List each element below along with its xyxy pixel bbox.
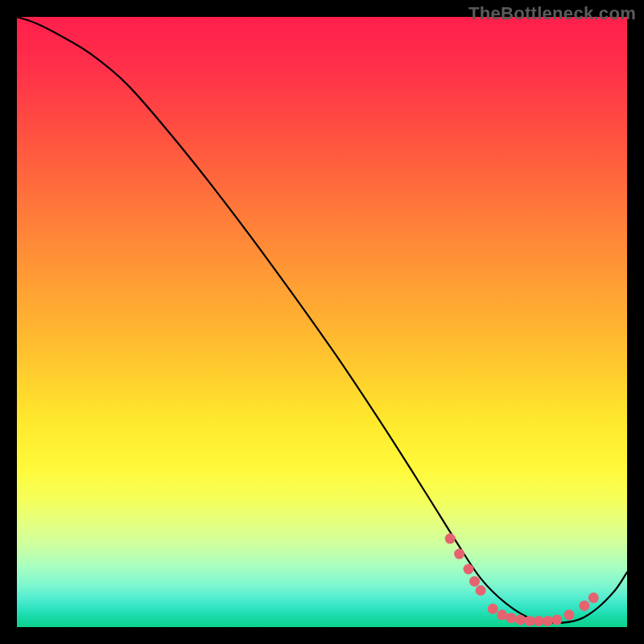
- marker-dot: [564, 609, 574, 620]
- marker-dots: [445, 534, 599, 626]
- marker-dot: [579, 601, 589, 611]
- watermark-text: TheBottleneck.com: [469, 3, 636, 24]
- marker-dot: [543, 616, 553, 626]
- marker-dot: [534, 616, 544, 626]
- marker-dot: [497, 609, 507, 620]
- marker-dot: [588, 592, 599, 603]
- chart-frame: TheBottleneck.com: [0, 0, 644, 644]
- marker-dot: [476, 585, 486, 596]
- marker-dot: [506, 613, 516, 623]
- marker-dot: [463, 564, 473, 574]
- marker-dot: [454, 549, 464, 559]
- marker-dot: [488, 604, 498, 614]
- plot-area: [17, 17, 627, 627]
- marker-dot: [515, 614, 526, 625]
- marker-dot: [445, 534, 456, 544]
- marker-dot: [551, 614, 562, 625]
- marker-dot: [469, 576, 480, 587]
- curve-line: [17, 17, 627, 623]
- marker-dot: [524, 616, 535, 626]
- chart-svg: [17, 17, 627, 627]
